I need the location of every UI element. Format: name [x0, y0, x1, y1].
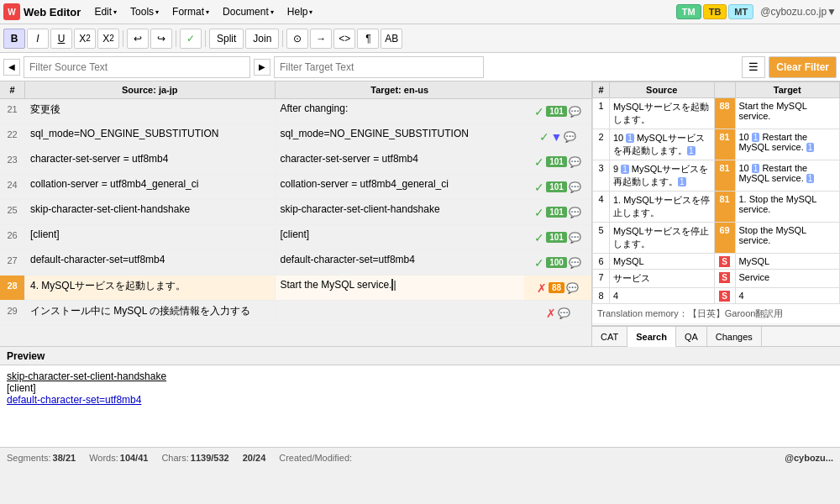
status-x-icon: ✗ [546, 307, 556, 320]
tm-row[interactable]: 8 4 S 4 [593, 288, 840, 304]
superscript-button[interactable]: X2 [97, 29, 119, 49]
tm-row[interactable]: 2 10 1 MySQLサービスを再起動します。1 81 10 1 Restar… [593, 129, 840, 160]
table-row: 26 [client] [client] ✓ 101 💬 [0, 225, 591, 250]
tags-button[interactable]: <> [333, 29, 355, 49]
tm-row-num: 4 [593, 192, 610, 223]
tm-row[interactable]: 3 9 1 MySQLサービスを再起動します。1 81 10 1 Restart… [593, 160, 840, 192]
menu-help[interactable]: Help ▾ [281, 3, 320, 20]
seg-source[interactable]: character-set-server = utf8mb4 [25, 150, 276, 174]
comment-icon[interactable]: 💬 [564, 131, 576, 143]
menu-format[interactable]: Format ▾ [165, 3, 216, 20]
filter-source-input[interactable] [24, 56, 250, 78]
tb-button[interactable]: TB [703, 4, 727, 19]
main-area: # Source: ja-jp Target: en-us 21 変更後 Aft… [0, 81, 840, 346]
tab-changes[interactable]: Changes [707, 327, 762, 347]
tm-row[interactable]: 1 MySQLサービスを起動します。 88 Start the MySQL se… [593, 98, 840, 129]
tm-row-target: 1. Stop the MySQL service. [735, 192, 840, 223]
comment-icon[interactable]: 💬 [566, 282, 579, 294]
seg-source[interactable]: インストール中に MySQL の接続情報を入力する [25, 301, 276, 325]
menu-edit[interactable]: Edit ▾ [87, 3, 123, 20]
redo-button[interactable]: ↪ [150, 29, 172, 49]
stop-button[interactable]: ⊙ [286, 29, 308, 49]
right-panel: # Source Target 1 MySQLサービスを起動します。 88 St… [592, 81, 840, 346]
app-logo: W Web Editor [3, 3, 81, 20]
seg-num: 26 [0, 225, 25, 249]
table-row: 21 変更後 After changing: ✓ 101 💬 [0, 99, 591, 124]
tab-cat[interactable]: CAT [592, 327, 627, 347]
subscript-button[interactable]: X2 [74, 29, 96, 49]
special-chars-button[interactable]: ¶ [357, 29, 379, 49]
col-actions-header [524, 81, 591, 98]
join-button[interactable]: Join [245, 29, 279, 49]
seg-source[interactable]: 変更後 [25, 99, 276, 123]
comment-icon[interactable]: 💬 [558, 307, 570, 319]
table-row: 25 skip-character-set-client-handshake s… [0, 200, 591, 225]
status-check-icon: ✓ [539, 130, 549, 144]
seg-source[interactable]: 4. MySQLサービスを起動します。 [25, 276, 276, 300]
seg-num: 23 [0, 150, 25, 174]
comment-icon[interactable]: 💬 [569, 232, 581, 244]
table-row: 23 character-set-server = utf8mb4 charac… [0, 150, 591, 175]
confirm-button[interactable]: ✓ [180, 29, 202, 49]
tm-row[interactable]: 6 MySQL S MySQL [593, 254, 840, 270]
clear-filter-button[interactable]: Clear Filter [769, 56, 837, 78]
tab-qa[interactable]: QA [676, 327, 707, 347]
seg-target[interactable]: Start the MySQL service.| [276, 276, 525, 300]
underline-button[interactable]: U [50, 29, 72, 49]
undo-button[interactable]: ↩ [127, 29, 149, 49]
tm-row-num: 5 [593, 223, 610, 254]
seg-target[interactable] [276, 301, 525, 325]
tools-caret-icon: ▾ [155, 8, 159, 16]
tm-row-score: S [714, 270, 735, 288]
filter-prev-button[interactable]: ◀ [3, 59, 20, 76]
menu-document[interactable]: Document ▾ [216, 3, 281, 20]
bold-button[interactable]: B [3, 29, 25, 49]
filter-next-button[interactable]: ▶ [254, 59, 270, 76]
comment-icon[interactable]: 💬 [569, 156, 581, 168]
separator-1 [123, 30, 123, 47]
comment-icon[interactable]: 💬 [569, 181, 581, 193]
comment-icon[interactable]: 💬 [569, 106, 581, 118]
tm-row-num: 1 [593, 98, 610, 129]
seg-source[interactable]: skip-character-set-client-handshake [25, 200, 276, 224]
seg-source[interactable]: [client] [25, 225, 276, 249]
seg-num: 27 [0, 250, 25, 275]
seg-target[interactable]: sql_mode=NO_ENGINE_SUBSTITUTION [276, 124, 525, 149]
seg-target[interactable]: skip-character-set-client-handshake [276, 200, 525, 224]
filter-list-icon[interactable]: ☰ [742, 56, 765, 78]
preview-area: Preview skip-character-set-client-handsh… [0, 346, 840, 447]
seg-source[interactable]: sql_mode=NO_ENGINE_SUBSTITUTION [25, 124, 276, 149]
tab-search[interactable]: Search [627, 327, 676, 347]
case-button[interactable]: AB [381, 29, 402, 49]
seg-target[interactable]: default-character-set=utf8mb4 [276, 250, 525, 275]
table-scroll[interactable]: 21 変更後 After changing: ✓ 101 💬 22 sql_mo… [0, 99, 591, 346]
seg-target[interactable]: collation-server = utf8mb4_general_ci [276, 175, 525, 199]
tm-row[interactable]: 7 サービス S Service [593, 270, 840, 288]
next-button[interactable]: → [310, 29, 332, 49]
table-row: 29 インストール中に MySQL の接続情報を入力する ✗ 💬 [0, 301, 591, 326]
table-row: 22 sql_mode=NO_ENGINE_SUBSTITUTION sql_m… [0, 124, 591, 150]
seg-actions: ✓ 101 💬 [524, 99, 591, 123]
comment-icon[interactable]: 💬 [569, 257, 581, 269]
tm-row[interactable]: 4 1. MySQLサービスを停止します。 81 1. Stop the MyS… [593, 192, 840, 223]
chars-label: Chars: [161, 453, 188, 463]
toolbar: B I U X2 X2 ↩ ↪ ✓ Split Join ⊙ → <> ¶ AB [0, 24, 840, 53]
comment-icon[interactable]: 💬 [569, 207, 581, 218]
tm-button[interactable]: TM [676, 4, 701, 19]
tm-row[interactable]: 5 MySQLサービスを停止します。 69 Stop the MySQL ser… [593, 223, 840, 254]
italic-button[interactable]: I [27, 29, 49, 49]
tm-row-source: 9 1 MySQLサービスを再起動します。1 [610, 160, 715, 192]
seg-target[interactable]: character-set-server = utf8mb4 [276, 150, 525, 174]
seg-source[interactable]: collation-server = utf8mb4_general_ci [25, 175, 276, 199]
seg-target[interactable]: [client] [276, 225, 525, 249]
seg-target[interactable]: After changing: [276, 99, 525, 123]
filter-target-input[interactable] [274, 56, 484, 78]
col-target-header: Target: en-us [276, 81, 525, 98]
menu-tools[interactable]: Tools ▾ [123, 3, 165, 20]
split-button[interactable]: Split [209, 29, 244, 49]
mt-button[interactable]: MT [728, 4, 753, 19]
user-label[interactable]: @cybozu.co.jp▼ [760, 6, 837, 18]
seg-source[interactable]: default-character-set=utf8mb4 [25, 250, 276, 275]
page-status: 20/24 [243, 453, 266, 463]
seg-actions: ✓ 101 💬 [524, 225, 591, 249]
